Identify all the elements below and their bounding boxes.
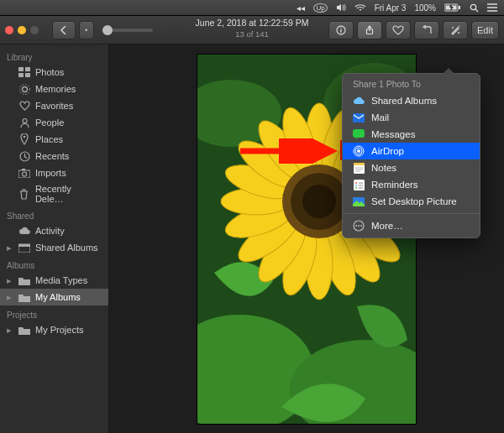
share-item-notes[interactable]: Notes — [343, 159, 480, 176]
disclosure-triangle-icon[interactable]: ▸ — [7, 275, 13, 286]
heart-icon — [18, 100, 30, 112]
share-item-set-desktop-picture[interactable]: Set Desktop Picture — [343, 193, 480, 210]
svg-point-15 — [24, 136, 26, 138]
favorite-button[interactable] — [386, 21, 411, 39]
svg-point-30 — [302, 185, 336, 218]
share-item-label: Messages — [371, 129, 415, 139]
maximize-button[interactable] — [30, 26, 39, 34]
sidebar-item-label: My Projects — [35, 325, 83, 335]
svg-rect-2 — [459, 6, 460, 9]
sidebar-item-activity[interactable]: Activity — [0, 222, 108, 239]
back-button[interactable] — [52, 21, 76, 39]
macos-menubar: ◂◂ Up Fri Apr 3 100% — [0, 0, 504, 15]
sidebar-item-shared-albums[interactable]: ▸Shared Albums — [0, 239, 108, 256]
sidebar-item-label: Media Types — [35, 275, 87, 285]
svg-point-3 — [470, 4, 475, 9]
disclosure-triangle-icon[interactable]: ▸ — [7, 243, 13, 253]
sidebar-item-photos[interactable]: Photos — [0, 64, 108, 81]
menubar-wifi-icon[interactable] — [354, 3, 366, 12]
share-item-label: Mail — [371, 112, 389, 123]
sidebar-header: Projects — [0, 305, 108, 321]
svg-point-41 — [355, 187, 357, 189]
sidebar-item-label: People — [35, 117, 64, 128]
svg-rect-37 — [354, 163, 365, 165]
sidebar-item-people[interactable]: People — [0, 114, 108, 131]
share-item-label: Reminders — [371, 180, 418, 190]
zoom-out-button[interactable]: ▪ — [79, 21, 94, 39]
share-item-label: Shared Albums — [371, 96, 437, 106]
pin-icon — [18, 133, 30, 145]
sidebar-item-imports[interactable]: Imports — [0, 164, 108, 181]
share-item-reminders[interactable]: Reminders — [343, 176, 480, 193]
reminders-icon — [353, 179, 365, 190]
airdrop-icon — [353, 145, 365, 157]
svg-rect-10 — [18, 73, 24, 77]
sidebar-item-favorites[interactable]: Favorites — [0, 97, 108, 114]
edit-button[interactable]: Edit — [471, 21, 499, 39]
photos-window: ▪ June 2, 2018 at 12:22:59 PM 13 of 141 … — [0, 15, 504, 433]
svg-point-5 — [340, 27, 342, 29]
disclosure-triangle-icon[interactable]: ▸ — [7, 325, 13, 336]
clock-icon — [18, 150, 30, 162]
share-item-mail[interactable]: Mail — [343, 109, 480, 126]
menubar-prev-icon[interactable]: ◂◂ — [297, 3, 305, 13]
sidebar-item-my-projects[interactable]: ▸My Projects — [0, 321, 108, 338]
share-popover-title: Share 1 Photo To — [343, 77, 480, 92]
share-item-airdrop[interactable]: AirDrop — [343, 143, 480, 159]
sidebar-item-label: Photos — [35, 67, 64, 77]
sidebar-item-recently-dele[interactable]: Recently Dele… — [0, 181, 108, 206]
menubar-search-icon[interactable] — [470, 3, 479, 13]
window-controls — [5, 26, 39, 34]
zoom-slider[interactable] — [102, 29, 153, 32]
menubar-time[interactable]: Fri Apr 3 — [375, 3, 407, 13]
share-popover: Share 1 Photo To Shared AlbumsMailMessag… — [342, 73, 480, 238]
sidebar-item-memories[interactable]: Memories — [0, 81, 108, 97]
sidebar-item-label: Activity — [35, 226, 65, 236]
svg-point-18 — [23, 172, 27, 176]
svg-rect-8 — [18, 67, 24, 71]
sidebar-item-label: Recents — [35, 151, 69, 161]
memories-icon — [18, 83, 30, 95]
sidebar-item-media-types[interactable]: ▸Media Types — [0, 272, 108, 289]
sidebar-item-recents[interactable]: Recents — [0, 148, 108, 164]
svg-rect-21 — [18, 244, 30, 247]
share-item-label: AirDrop — [371, 146, 404, 156]
enhance-button[interactable] — [443, 21, 468, 39]
title-area: June 2, 2018 at 12:22:59 PM 13 of 141 — [196, 18, 309, 39]
menubar-hamburger-icon[interactable] — [487, 3, 497, 12]
sidebar: LibraryPhotosMemoriesFavoritesPeoplePlac… — [0, 44, 109, 433]
svg-rect-32 — [353, 129, 365, 138]
sidebar-item-label: Recently Dele… — [35, 184, 102, 204]
svg-rect-9 — [25, 67, 30, 71]
messages-icon — [353, 128, 365, 140]
svg-point-12 — [22, 86, 27, 91]
trash-icon — [18, 188, 30, 200]
share-button[interactable] — [357, 21, 382, 39]
sidebar-item-my-albums[interactable]: ▸My Albums — [0, 289, 108, 305]
disclosure-triangle-icon[interactable]: ▸ — [7, 292, 13, 303]
svg-rect-17 — [18, 170, 30, 178]
share-item-messages[interactable]: Messages — [343, 126, 480, 143]
sidebar-header: Albums — [0, 256, 108, 272]
menubar-upwork-icon[interactable]: Up — [313, 3, 327, 13]
cloud-icon — [18, 225, 30, 237]
folder-icon — [18, 324, 30, 336]
rotate-button[interactable] — [414, 21, 439, 39]
share-item-label: More… — [371, 221, 403, 231]
info-button[interactable] — [328, 21, 354, 39]
sidebar-item-places[interactable]: Places — [0, 131, 108, 148]
window-toolbar: ▪ June 2, 2018 at 12:22:59 PM 13 of 141 … — [0, 16, 504, 44]
svg-point-14 — [23, 119, 27, 123]
close-button[interactable] — [5, 26, 13, 34]
svg-point-46 — [360, 225, 362, 227]
svg-rect-19 — [22, 169, 25, 170]
share-item-label: Notes — [371, 163, 396, 173]
shared-icon — [18, 242, 30, 253]
menubar-volume-icon[interactable] — [336, 3, 346, 12]
svg-point-44 — [355, 225, 357, 227]
share-item-shared-albums[interactable]: Shared Albums — [343, 92, 480, 109]
minimize-button[interactable] — [18, 26, 26, 34]
folder-icon — [18, 291, 30, 303]
share-item-more[interactable]: More… — [343, 217, 480, 234]
sidebar-item-label: Favorites — [35, 101, 73, 111]
